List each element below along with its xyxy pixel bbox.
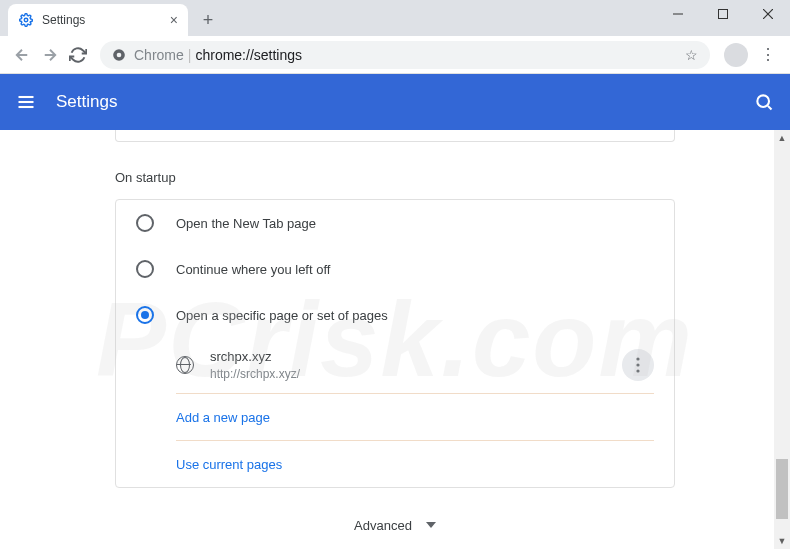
radio-icon: [136, 306, 154, 324]
forward-button[interactable]: [36, 41, 64, 69]
address-bar: Chrome | chrome://settings ☆ ⋮: [0, 36, 790, 74]
bookmark-star-icon[interactable]: ☆: [685, 47, 698, 63]
radio-icon: [136, 214, 154, 232]
svg-point-0: [24, 18, 28, 22]
scrollbar[interactable]: ▲ ▼: [774, 130, 790, 549]
link-label: Add a new page: [176, 410, 270, 425]
advanced-toggle[interactable]: Advanced: [115, 488, 675, 549]
maximize-button[interactable]: [700, 0, 745, 28]
scrollbar-thumb[interactable]: [776, 459, 788, 519]
use-current-link[interactable]: Use current pages: [116, 441, 674, 487]
hamburger-menu-icon[interactable]: [16, 92, 36, 112]
url-path: chrome://settings: [195, 47, 302, 63]
close-window-button[interactable]: [745, 0, 790, 28]
browser-tab[interactable]: Settings ×: [8, 4, 188, 36]
radio-option-newtab[interactable]: Open the New Tab page: [116, 200, 674, 246]
profile-avatar[interactable]: [724, 43, 748, 67]
startup-page-url: http://srchpx.xyz/: [210, 366, 622, 383]
svg-point-6: [117, 52, 122, 57]
chevron-down-icon: [426, 522, 436, 528]
radio-label: Continue where you left off: [176, 262, 330, 277]
close-icon[interactable]: ×: [170, 12, 178, 28]
radio-label: Open a specific page or set of pages: [176, 308, 388, 323]
scroll-up-icon[interactable]: ▲: [774, 130, 790, 146]
url-input[interactable]: Chrome | chrome://settings ☆: [100, 41, 710, 69]
svg-rect-2: [718, 10, 727, 19]
section-heading: On startup: [115, 170, 675, 185]
scroll-down-icon[interactable]: ▼: [774, 533, 790, 549]
kebab-menu-icon[interactable]: ⋮: [754, 45, 782, 64]
content-area: PCrisk.com On startup Open the New Tab p…: [0, 130, 790, 549]
startup-card: Open the New Tab page Continue where you…: [115, 199, 675, 488]
window-titlebar: Settings × +: [0, 0, 790, 36]
previous-card-edge: [115, 130, 675, 142]
url-scheme: Chrome: [134, 47, 184, 63]
url-divider: |: [188, 47, 192, 63]
startup-page-row: srchpx.xyz http://srchpx.xyz/: [116, 338, 674, 393]
svg-point-14: [636, 370, 639, 373]
globe-icon: [176, 356, 194, 374]
window-controls: [655, 0, 790, 28]
radio-icon: [136, 260, 154, 278]
new-tab-button[interactable]: +: [194, 6, 222, 34]
advanced-label: Advanced: [354, 518, 412, 533]
startup-page-title: srchpx.xyz: [210, 348, 622, 366]
radio-option-specific[interactable]: Open a specific page or set of pages: [116, 292, 674, 338]
reload-button[interactable]: [64, 41, 92, 69]
tab-title: Settings: [42, 13, 162, 27]
more-actions-button[interactable]: [622, 349, 654, 381]
back-button[interactable]: [8, 41, 36, 69]
link-label: Use current pages: [176, 457, 282, 472]
radio-label: Open the New Tab page: [176, 216, 316, 231]
search-icon[interactable]: [754, 92, 774, 112]
add-page-link[interactable]: Add a new page: [116, 394, 674, 440]
svg-point-13: [636, 364, 639, 367]
svg-point-10: [757, 95, 769, 107]
page-title: Settings: [56, 92, 754, 112]
svg-line-11: [768, 106, 772, 110]
svg-point-12: [636, 358, 639, 361]
settings-header: Settings: [0, 74, 790, 130]
minimize-button[interactable]: [655, 0, 700, 28]
radio-option-continue[interactable]: Continue where you left off: [116, 246, 674, 292]
chrome-icon: [112, 48, 126, 62]
gear-icon: [18, 12, 34, 28]
